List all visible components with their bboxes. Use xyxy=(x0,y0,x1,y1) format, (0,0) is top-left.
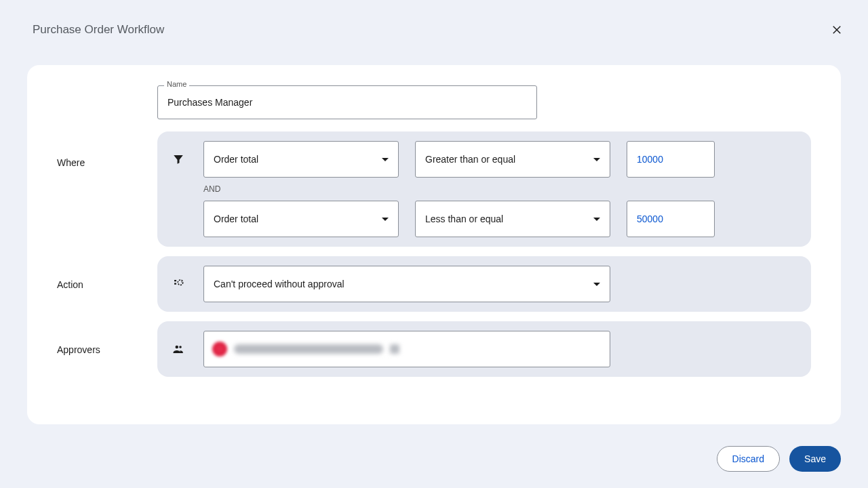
cond1-op-select[interactable]: Greater than or equal xyxy=(415,141,610,178)
action-row: Action Can't proceed without approval xyxy=(57,256,811,312)
approver-avatar xyxy=(212,342,227,357)
close-button[interactable] xyxy=(827,20,846,39)
svg-point-3 xyxy=(176,346,179,349)
action-select[interactable]: Can't proceed without approval xyxy=(203,266,610,302)
approver-name-redacted xyxy=(234,344,383,354)
cond1-field-select[interactable]: Order total xyxy=(203,141,399,178)
and-connector: AND xyxy=(170,178,799,201)
name-field-wrap: Name xyxy=(157,85,537,119)
approvers-row: Approvers xyxy=(57,321,811,377)
name-label: Name xyxy=(164,80,189,88)
caret-down-icon xyxy=(593,158,600,161)
name-input[interactable] xyxy=(157,85,537,119)
where-panel: Order total Greater than or equal AND Or… xyxy=(157,131,811,247)
cond2-op-select[interactable]: Less than or equal xyxy=(415,201,610,237)
cond2-value-input[interactable] xyxy=(627,201,715,237)
cond1-op-value: Greater than or equal xyxy=(425,154,515,165)
caret-down-icon xyxy=(593,283,600,286)
dialog-footer: Discard Save xyxy=(717,446,841,472)
approvers-panel xyxy=(157,321,811,377)
action-value: Can't proceed without approval xyxy=(214,279,344,289)
action-panel: Can't proceed without approval xyxy=(157,256,811,312)
cond1-value-input[interactable] xyxy=(627,141,715,178)
action-icon xyxy=(170,278,187,290)
cond1-field-value: Order total xyxy=(214,154,258,165)
save-button[interactable]: Save xyxy=(789,446,841,472)
cond2-field-select[interactable]: Order total xyxy=(203,201,399,237)
action-label: Action xyxy=(57,256,157,290)
approvers-line xyxy=(170,331,799,367)
dialog-title: Purchase Order Workflow xyxy=(33,23,164,37)
caret-down-icon xyxy=(593,218,600,221)
filter-icon xyxy=(170,153,187,165)
condition-2: Order total Less than or equal xyxy=(170,201,799,237)
condition-1: Order total Greater than or equal xyxy=(170,141,799,178)
where-label: Where xyxy=(57,131,157,168)
workflow-card: Name Where Order total Greater than or e… xyxy=(27,65,841,424)
close-icon xyxy=(831,24,843,36)
approver-chip-redacted xyxy=(390,344,399,354)
where-row: Where Order total Greater than or equal … xyxy=(57,131,811,247)
discard-button[interactable]: Discard xyxy=(717,446,780,472)
dialog-header: Purchase Order Workflow xyxy=(0,0,868,47)
caret-down-icon xyxy=(382,218,389,221)
action-line: Can't proceed without approval xyxy=(170,266,799,302)
approvers-label: Approvers xyxy=(57,321,157,355)
caret-down-icon xyxy=(382,158,389,161)
approvers-input[interactable] xyxy=(203,331,610,367)
group-icon xyxy=(170,343,187,355)
svg-point-4 xyxy=(179,346,182,348)
cond2-field-value: Order total xyxy=(214,214,258,224)
cond2-op-value: Less than or equal xyxy=(425,214,503,224)
